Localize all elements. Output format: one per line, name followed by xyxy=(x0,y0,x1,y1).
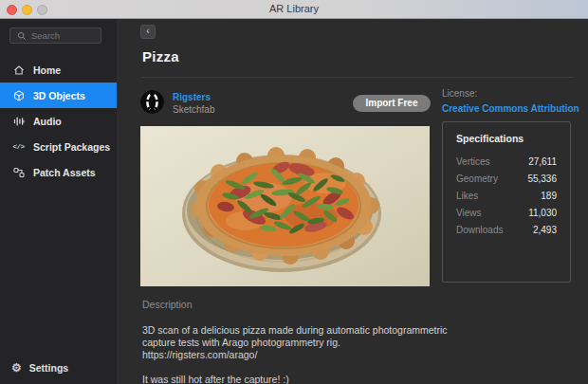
license-link[interactable]: Creative Commons Attribution xyxy=(442,103,579,114)
license-label: License: xyxy=(442,88,579,99)
sidebar-nav: Home 3D Objects Audio </> Script Pac xyxy=(0,57,117,185)
ar-library-window: AR Library Home xyxy=(0,0,588,384)
author-platform: Sketchfab xyxy=(173,104,214,115)
gear-icon: ⚙ xyxy=(11,362,22,374)
import-free-button[interactable]: Import Free xyxy=(353,95,431,112)
spec-row-vertices: Vertices 27,611 xyxy=(456,156,557,167)
titlebar: AR Library xyxy=(0,0,588,19)
description-url[interactable]: https://rigsters.com/arago/ xyxy=(142,349,469,361)
minimize-window-button[interactable] xyxy=(22,5,32,15)
back-button[interactable]: ‹ xyxy=(140,25,156,39)
page-title: Pizza xyxy=(142,48,179,64)
description-paragraph: It was still hot after the capture! :) xyxy=(142,374,469,384)
search-input[interactable] xyxy=(31,30,96,41)
chevron-left-icon: ‹ xyxy=(146,26,149,36)
sidebar-item-3d-objects[interactable]: 3D Objects xyxy=(0,82,117,108)
sidebar-item-settings[interactable]: ⚙ Settings xyxy=(0,357,117,378)
patch-icon xyxy=(12,166,25,178)
sidebar: Home 3D Objects Audio </> Script Pac xyxy=(0,19,117,384)
spec-row-likes: Likes 189 xyxy=(456,191,557,201)
code-icon: </> xyxy=(12,140,25,153)
pizza-preview-image[interactable] xyxy=(140,126,430,286)
spec-row-downloads: Downloads 2,493 xyxy=(456,225,557,235)
license-block: License: Creative Commons Attribution xyxy=(442,88,579,114)
settings-label: Settings xyxy=(29,362,68,374)
divider xyxy=(142,77,573,78)
zoom-window-button[interactable] xyxy=(37,5,47,15)
sidebar-item-script-packages[interactable]: </> Script Packages xyxy=(0,134,117,159)
sidebar-item-label: Audio xyxy=(33,116,62,127)
sidebar-item-audio[interactable]: Audio xyxy=(0,108,117,134)
waveform-icon xyxy=(12,115,25,127)
home-icon xyxy=(12,64,25,76)
description-title: Description xyxy=(142,299,469,310)
sidebar-item-home[interactable]: Home xyxy=(0,57,117,82)
specifications-title: Specifications xyxy=(456,133,557,144)
sidebar-item-label: Script Packages xyxy=(33,141,110,153)
author-name-link[interactable]: Rigsters xyxy=(173,92,214,102)
sidebar-item-label: Home xyxy=(33,64,61,76)
sidebar-item-label: 3D Objects xyxy=(33,90,85,101)
description-section: Description 3D scan of a delicious pizza… xyxy=(142,299,469,384)
spec-row-views: Views 11,030 xyxy=(456,208,557,218)
detail-pane: ‹ Pizza Rigsters Sketchfab Import Free xyxy=(117,19,588,384)
sidebar-item-label: Patch Assets xyxy=(33,167,96,178)
author-avatar[interactable] xyxy=(140,90,164,114)
search-box[interactable] xyxy=(9,27,101,44)
author-block: Rigsters Sketchfab xyxy=(140,90,214,115)
cube-icon xyxy=(12,89,25,101)
specifications-panel: Specifications Vertices 27,611 Geometry … xyxy=(442,121,571,283)
sidebar-item-patch-assets[interactable]: Patch Assets xyxy=(0,159,117,185)
close-window-button[interactable] xyxy=(7,5,17,15)
search-icon xyxy=(15,29,28,42)
description-paragraph: 3D scan of a delicious pizza made during… xyxy=(142,324,469,349)
spec-row-geometry: Geometry 55,336 xyxy=(456,174,557,184)
window-title: AR Library xyxy=(0,0,588,18)
